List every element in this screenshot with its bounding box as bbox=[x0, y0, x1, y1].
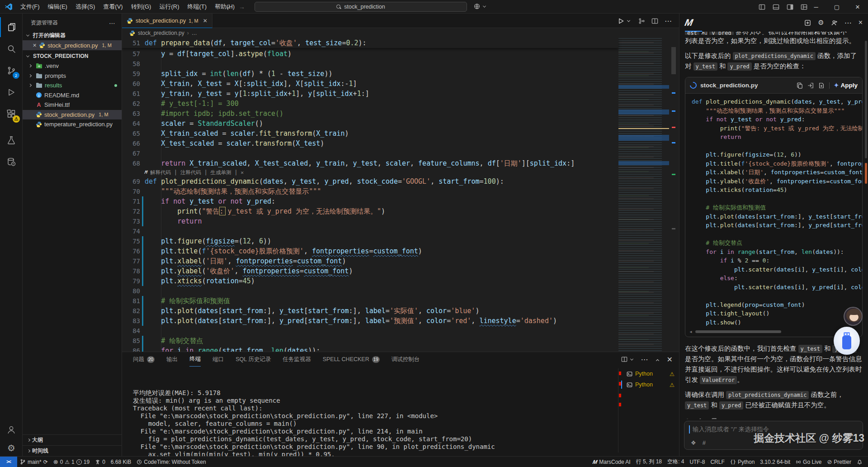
code-line-65[interactable]: 65 X_train_scaled = scaler.fit_transform… bbox=[122, 129, 679, 138]
panel-tab-SQL 历史记录[interactable]: SQL 历史记录 bbox=[236, 352, 271, 367]
code-line-72[interactable]: 72 print("警告: y_test 或 y_pred 为空，无法绘制预测结… bbox=[122, 206, 679, 216]
python-version-item[interactable]: 3.10.2 64-bit bbox=[757, 457, 793, 467]
panel-close-icon[interactable]: ✕ bbox=[667, 355, 673, 364]
tree-item-.venv[interactable]: .venv bbox=[23, 61, 122, 71]
ai-more-icon[interactable]: ⋯ bbox=[844, 19, 852, 27]
code-line-75[interactable]: 75 plt.figure(figsize=(12, 6)) bbox=[122, 236, 679, 246]
code-line-62[interactable]: 62 # y_test[-1:] = 300 bbox=[122, 99, 679, 109]
sticky-scroll-line[interactable]: 51def prepare_data(df, target_col='收盘', … bbox=[122, 38, 618, 48]
input-tool-icon[interactable]: # bbox=[703, 439, 706, 446]
profile-globe-icon[interactable] bbox=[474, 3, 488, 10]
command-center-search[interactable]: stock_prediction bbox=[255, 2, 467, 12]
panel-tab-输出[interactable]: 输出 bbox=[166, 352, 178, 367]
remote-indicator[interactable]: >< bbox=[0, 457, 17, 467]
source-control-icon[interactable]: 2 bbox=[0, 61, 23, 81]
indentation-item[interactable]: 空格: 4 bbox=[665, 457, 687, 467]
desktop-pet-avatar[interactable] bbox=[844, 307, 863, 326]
panel-maximize-icon[interactable] bbox=[656, 359, 659, 362]
accounts-icon[interactable] bbox=[0, 420, 23, 440]
tree-item-temperature_prediction.py[interactable]: temperature_prediction.py bbox=[23, 119, 122, 129]
thumbs-up-icon[interactable] bbox=[697, 418, 704, 419]
code-line-67[interactable]: 67 bbox=[122, 148, 679, 158]
tree-item-README.md[interactable]: iREADME.md bbox=[23, 91, 122, 100]
problems-item[interactable]: ⊗0 ⚠1 i19 bbox=[51, 457, 92, 467]
code-line-64[interactable]: 64 scaler = StandardScaler() bbox=[122, 119, 679, 129]
git-branch-item[interactable]: main* ⟳ bbox=[17, 457, 51, 467]
explorer-icon[interactable] bbox=[0, 17, 23, 37]
terminal-instance[interactable]: Python⚠ bbox=[621, 379, 679, 390]
code-line-84[interactable]: 84 bbox=[122, 326, 679, 336]
split-editor-icon[interactable] bbox=[651, 18, 658, 24]
timeline-section[interactable]: 时间线 bbox=[23, 445, 122, 456]
menu-item[interactable]: 查看(V) bbox=[99, 2, 127, 12]
new-file-code-icon[interactable] bbox=[818, 82, 825, 89]
code-line-66[interactable]: 66 X_test_scaled = scaler.transform(X_te… bbox=[122, 138, 679, 148]
menu-item[interactable]: 编辑(E) bbox=[44, 2, 71, 12]
code-line-68[interactable]: 68 return X_train_scaled, X_test_scaled,… bbox=[122, 158, 679, 168]
panel-tab-终端[interactable]: 终端 bbox=[189, 352, 201, 367]
panel-tab-任务监视器[interactable]: 任务监视器 bbox=[283, 352, 311, 367]
codelens-actions[interactable]: M解释代码 | 注释代码 | 生成单测 | ✕ bbox=[122, 168, 679, 176]
panel-tab-端口[interactable]: 端口 bbox=[212, 352, 224, 367]
cursor-position-item[interactable]: 行 5, 列 18 bbox=[633, 457, 665, 467]
settings-gear-icon[interactable]: ⚙ bbox=[0, 438, 23, 458]
toggle-secondary-sidebar-icon[interactable] bbox=[787, 4, 793, 10]
marscode-status-item[interactable]: MMarsCode AI bbox=[590, 457, 633, 467]
code-line-59[interactable]: 59 split_idx = int(len(df) * (1 - test_s… bbox=[122, 69, 679, 79]
regenerate-icon[interactable]: ⟳ bbox=[685, 417, 691, 419]
panel-more-icon[interactable]: ⋯ bbox=[641, 355, 648, 364]
panel-tab-调试控制台[interactable]: 调试控制台 bbox=[392, 352, 420, 367]
tree-item-results[interactable]: results bbox=[23, 81, 122, 91]
project-section[interactable]: STOCK_PREDICTION bbox=[23, 51, 122, 61]
code-line-80[interactable]: 80 bbox=[122, 286, 679, 296]
window-maximize-button[interactable]: ▢ bbox=[826, 0, 847, 14]
extensions-icon[interactable]: ⚠ bbox=[0, 104, 23, 124]
code-line-82[interactable]: 82 plt.plot(dates[start_from:], y_test[s… bbox=[122, 306, 679, 316]
sidebar-more-icon[interactable]: ⋯ bbox=[109, 19, 115, 27]
tree-item-prompts[interactable]: prompts bbox=[23, 71, 122, 81]
ai-chat-content[interactable]: est 和 y_pred 是否为空。你可以在绘图前检查这两个 列表是否为空，如果… bbox=[679, 32, 868, 419]
code-line-85[interactable]: 85 # 绘制交替点 bbox=[122, 336, 679, 346]
menu-item[interactable]: 选择(S) bbox=[71, 2, 99, 12]
code-line-69[interactable]: 69def plot_predictions_dynamic(dates, y_… bbox=[122, 176, 679, 186]
ai-scrollbar[interactable] bbox=[865, 41, 867, 158]
codetime-item[interactable]: CodeTime: Without Token bbox=[134, 457, 208, 467]
window-close-button[interactable]: ✕ bbox=[847, 0, 868, 14]
menu-item[interactable]: 转到(G) bbox=[127, 2, 156, 12]
insert-code-icon[interactable] bbox=[807, 82, 814, 89]
code-line-57[interactable]: 57 y = df[target_col].astype(float) bbox=[122, 49, 679, 59]
run-config-icon[interactable] bbox=[638, 18, 645, 24]
ai-code-hscrollbar[interactable]: ◄ bbox=[689, 329, 859, 334]
code-line-79[interactable]: 79 plt.xticks(rotation=45) bbox=[122, 276, 679, 286]
run-debug-icon[interactable] bbox=[0, 82, 23, 102]
apply-button[interactable]: ✦ Apply bbox=[834, 82, 858, 89]
ai-settings-gear-icon[interactable]: ⚙ bbox=[818, 19, 824, 27]
ai-account-icon[interactable] bbox=[831, 19, 838, 26]
editor-more-icon[interactable]: ⋯ bbox=[665, 17, 672, 25]
tab-close-icon[interactable]: ✕ bbox=[203, 18, 208, 24]
code-line-78[interactable]: 78 plt.ylabel('收盘价', fontproperties=cust… bbox=[122, 266, 679, 276]
copy-code-icon[interactable] bbox=[797, 82, 803, 89]
code-editor[interactable]: 51def prepare_data(df, target_col='收盘', … bbox=[122, 38, 679, 352]
ai-close-icon[interactable]: × bbox=[859, 19, 863, 27]
new-chat-icon[interactable] bbox=[804, 19, 811, 26]
eol-item[interactable]: CRLF bbox=[708, 457, 727, 467]
run-python-button[interactable] bbox=[618, 18, 632, 24]
code-line-77[interactable]: 77 plt.xlabel('日期', fontproperties=custo… bbox=[122, 256, 679, 266]
tree-item-SimHei.ttf[interactable]: ASimHei.ttf bbox=[23, 100, 122, 110]
terminal-instance[interactable]: Python⚠ bbox=[621, 368, 679, 379]
golive-item[interactable]: Go Live bbox=[793, 457, 824, 467]
code-line-60[interactable]: 60 X_train, X_test = X[:split_idx], X[sp… bbox=[122, 79, 679, 89]
toggle-sidebar-icon[interactable] bbox=[759, 4, 765, 10]
nav-back-icon[interactable]: ← bbox=[226, 3, 232, 10]
usb-sticker-icon[interactable] bbox=[834, 327, 860, 355]
toggle-panel-icon[interactable] bbox=[773, 4, 779, 10]
menu-item[interactable]: 终端(T) bbox=[183, 2, 211, 12]
breadcrumb[interactable]: stock_prediction.py › … bbox=[122, 28, 679, 38]
code-line-81[interactable]: 81 # 绘制实际值和预测值 bbox=[122, 296, 679, 306]
menu-item[interactable]: 运行(R) bbox=[155, 2, 183, 12]
filesize-item[interactable]: 6.68 KiB bbox=[108, 457, 134, 467]
close-editor-icon[interactable]: ✕ bbox=[33, 43, 37, 48]
code-line-71[interactable]: 71 if not y_test or not y_pred: bbox=[122, 196, 679, 206]
code-line-63[interactable]: 63 #import ipdb; ipdb.set_trace() bbox=[122, 109, 679, 119]
